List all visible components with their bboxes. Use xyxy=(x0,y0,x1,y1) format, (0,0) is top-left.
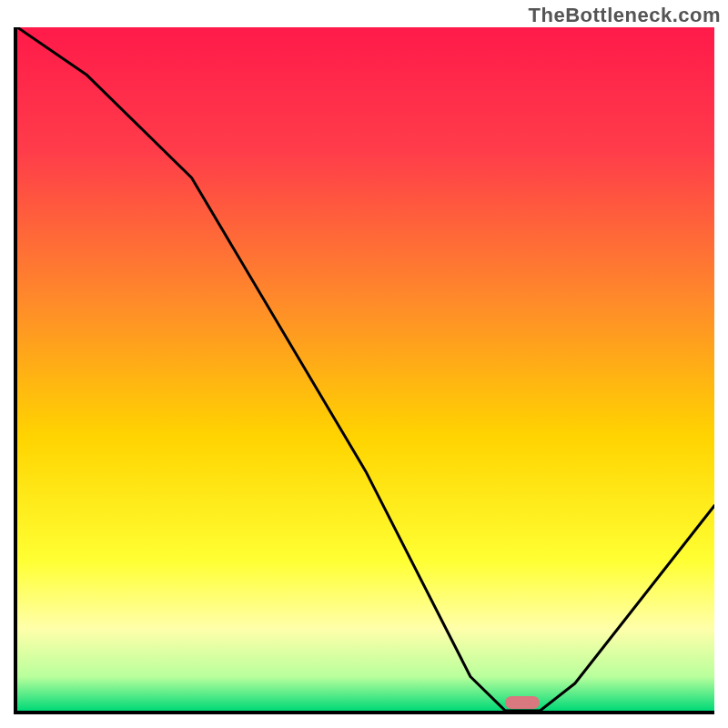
plot-area xyxy=(14,27,714,714)
curve-line xyxy=(17,27,714,711)
chart-container: TheBottleneck.com xyxy=(0,0,728,728)
watermark-text: TheBottleneck.com xyxy=(529,4,721,27)
optimal-point-marker xyxy=(505,696,540,709)
